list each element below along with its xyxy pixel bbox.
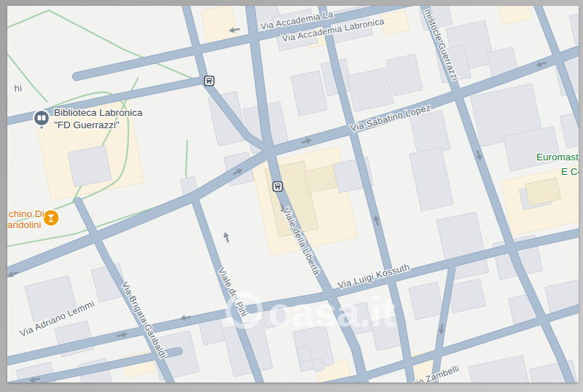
- bus-icon-window: [207, 79, 211, 80]
- watermark-text: casa.it: [268, 288, 395, 335]
- bar-pin[interactable]: [43, 210, 60, 227]
- book-icon: [38, 115, 42, 120]
- bus-icon-wheel: [275, 188, 277, 189]
- building: [312, 358, 324, 372]
- label-bar-2: andolini: [7, 219, 42, 230]
- building: [297, 345, 313, 362]
- book-icon: [42, 115, 46, 120]
- label-cut-hi: hi: [14, 82, 23, 94]
- label-euromaster-2: E Cor: [561, 166, 579, 177]
- photo-frame: hiVia Accademia LaVia Accademia Labronic…: [0, 0, 583, 392]
- bus-stop-1[interactable]: [205, 77, 214, 86]
- bus-icon-window: [275, 184, 279, 186]
- map-canvas[interactable]: hiVia Accademia LaVia Accademia Labronic…: [7, 6, 579, 383]
- building: [409, 282, 444, 319]
- bus-icon-wheel: [278, 188, 280, 189]
- building: [347, 68, 394, 111]
- map-svg: hiVia Accademia LaVia Accademia Labronic…: [7, 6, 579, 383]
- building: [68, 145, 111, 187]
- label-bar-1: chino Di: [9, 208, 44, 219]
- bus-icon-wheel: [210, 82, 211, 84]
- label-biblioteca-1: Biblioteca Labronica: [54, 107, 143, 118]
- label-biblioteca-2: "FD Guerrazzi": [54, 119, 120, 130]
- bus-stop-2[interactable]: [273, 182, 283, 192]
- bus-icon-wheel: [207, 82, 208, 84]
- library-icon: [34, 110, 50, 126]
- label-euromaster-1: Euromaster: [536, 152, 579, 162]
